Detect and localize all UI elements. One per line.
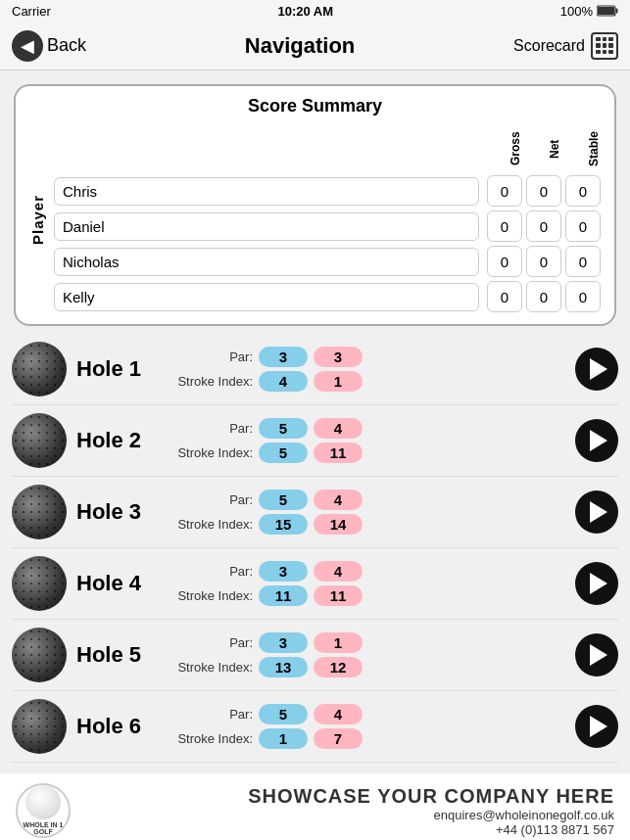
scorecard-label: Scorecard	[513, 37, 585, 55]
stroke-blue-4: 11	[259, 585, 308, 606]
golf-ball-1	[12, 342, 67, 397]
player-0-scores: 0 0 0	[487, 175, 601, 207]
par-label-2: Par:	[174, 421, 253, 436]
stroke-label-3: Stroke Index:	[174, 517, 253, 532]
player-2-gross: 0	[487, 246, 522, 277]
hole-4-name: Hole 4	[76, 571, 165, 596]
play-button-4[interactable]	[575, 562, 618, 605]
footer-text: SHOWCASE YOUR COMPANY HERE enquires@whol…	[84, 785, 614, 837]
play-button-3[interactable]	[575, 490, 618, 534]
player-1-net: 0	[526, 210, 561, 242]
stroke-pink-5: 12	[314, 657, 363, 677]
golf-ball-5	[12, 628, 67, 682]
player-2-stable: 0	[565, 246, 601, 277]
player-1-gross: 0	[487, 210, 522, 242]
gross-header: Gross	[487, 126, 522, 171]
battery-icon	[597, 5, 618, 17]
player-3-scores: 0 0 0	[487, 281, 601, 312]
player-2-net: 0	[526, 246, 561, 277]
stroke-pink-1: 1	[314, 371, 363, 392]
par-blue-5: 3	[259, 632, 308, 653]
par-blue-2: 5	[259, 418, 308, 439]
scorecard-button[interactable]: Scorecard	[513, 32, 618, 60]
hole-1-name: Hole 1	[76, 356, 165, 382]
status-bar: Carrier 10:20 AM 100%	[0, 0, 630, 22]
stroke-label-6: Stroke Index:	[174, 731, 253, 746]
stable-header: Stable	[565, 126, 601, 171]
stroke-label-4: Stroke Index:	[174, 588, 253, 603]
stroke-blue-2: 5	[259, 443, 308, 463]
hole-2-name: Hole 2	[76, 428, 165, 453]
play-button-2[interactable]	[575, 419, 618, 462]
hole-item-4: Hole 4 Par: 3 4 Stroke Index: 11 11	[12, 548, 618, 620]
player-1-name[interactable]	[54, 212, 479, 241]
player-row-1: 0 0 0	[54, 210, 601, 242]
par-label-4: Par:	[174, 564, 253, 579]
carrier: Carrier	[12, 4, 51, 19]
stroke-label-5: Stroke Index:	[174, 660, 253, 675]
hole-6-details: Par: 5 4 Stroke Index: 1 7	[174, 704, 565, 749]
hole-item-3: Hole 3 Par: 5 4 Stroke Index: 15 14	[12, 477, 618, 548]
stroke-pink-2: 11	[314, 443, 363, 463]
par-label-6: Par:	[174, 707, 253, 722]
player-row-3: 0 0 0	[54, 281, 601, 312]
net-header: Net	[526, 126, 561, 171]
play-button-1[interactable]	[575, 348, 618, 391]
par-pink-6: 4	[314, 704, 363, 724]
back-button[interactable]: ◀ Back	[12, 30, 86, 62]
player-3-stable: 0	[565, 281, 601, 312]
svg-rect-2	[598, 7, 614, 15]
stroke-blue-5: 13	[259, 657, 308, 677]
golf-ball-3	[12, 485, 67, 539]
hole-item-6: Hole 6 Par: 5 4 Stroke Index: 1 7	[12, 691, 618, 763]
back-arrow-icon: ◀	[12, 30, 43, 62]
golf-ball-2	[12, 413, 67, 468]
footer-phone: +44 (0)113 8871 567	[84, 822, 614, 837]
holes-list: Hole 1 Par: 3 3 Stroke Index: 4 1 Hole 2…	[0, 334, 630, 763]
hole-3-name: Hole 3	[76, 499, 165, 525]
player-row-0: 0 0 0	[54, 175, 601, 207]
player-3-gross: 0	[487, 281, 522, 312]
footer-golf-ball	[25, 785, 61, 819]
battery: 100%	[560, 4, 618, 19]
par-blue-4: 3	[259, 561, 308, 582]
footer-showcase: SHOWCASE YOUR COMPANY HERE	[84, 785, 614, 808]
footer-email: enquires@wholeinonegolf.co.uk	[84, 808, 614, 822]
player-3-net: 0	[526, 281, 561, 312]
score-summary: Score Summary Player Gross Net Stable 0 …	[14, 84, 616, 326]
player-1-stable: 0	[565, 210, 601, 242]
par-pink-5: 1	[314, 632, 363, 653]
par-label-1: Par:	[174, 350, 253, 364]
par-pink-3: 4	[314, 490, 363, 510]
hole-3-details: Par: 5 4 Stroke Index: 15 14	[174, 490, 565, 535]
svg-rect-1	[616, 9, 618, 14]
hole-5-details: Par: 3 1 Stroke Index: 13 12	[174, 632, 565, 677]
footer-logo: WHOLE IN 1GOLF	[16, 783, 71, 838]
par-label-5: Par:	[174, 635, 253, 650]
hole-4-details: Par: 3 4 Stroke Index: 11 11	[174, 561, 565, 606]
score-summary-title: Score Summary	[29, 96, 601, 117]
player-column-label: Player	[29, 126, 46, 312]
player-0-stable: 0	[565, 175, 601, 207]
footer-banner: WHOLE IN 1GOLF SHOWCASE YOUR COMPANY HER…	[0, 772, 630, 840]
player-0-name[interactable]	[54, 177, 479, 206]
hole-item-2: Hole 2 Par: 5 4 Stroke Index: 5 11	[12, 405, 618, 477]
player-3-name[interactable]	[54, 283, 479, 311]
par-pink-2: 4	[314, 418, 363, 439]
par-blue-3: 5	[259, 490, 308, 510]
play-button-6[interactable]	[575, 705, 618, 748]
par-blue-1: 3	[259, 347, 308, 367]
par-label-3: Par:	[174, 492, 253, 507]
hole-2-details: Par: 5 4 Stroke Index: 5 11	[174, 418, 565, 463]
player-2-name[interactable]	[54, 248, 479, 276]
par-pink-1: 3	[314, 347, 363, 367]
scorecard-grid-icon	[591, 32, 618, 60]
hole-1-details: Par: 3 3 Stroke Index: 4 1	[174, 347, 565, 392]
hole-item-1: Hole 1 Par: 3 3 Stroke Index: 4 1	[12, 334, 618, 405]
stroke-blue-3: 15	[259, 514, 308, 535]
player-1-scores: 0 0 0	[487, 210, 601, 242]
play-button-5[interactable]	[575, 633, 618, 677]
stroke-pink-6: 7	[314, 728, 363, 749]
player-0-gross: 0	[487, 175, 522, 207]
stroke-blue-6: 1	[259, 728, 308, 749]
